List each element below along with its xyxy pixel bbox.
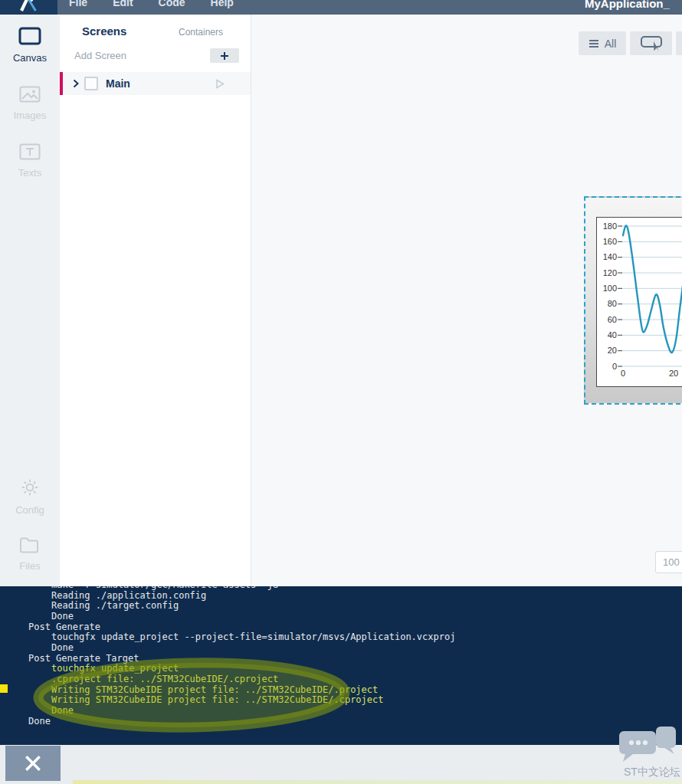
console-lines: make -f simulator/gcc/Makefile assets -j… xyxy=(0,586,682,727)
build-output-console[interactable]: make -f simulator/gcc/Makefile assets -j… xyxy=(0,586,682,745)
sidebar-item-images[interactable]: Images xyxy=(0,86,60,121)
sidebar-item-config[interactable]: Config xyxy=(0,477,60,516)
bottom-strip: ST中文论坛 xyxy=(0,745,682,784)
console-line: Post Generate Target xyxy=(0,654,682,664)
chevron-right-icon[interactable] xyxy=(73,79,79,88)
screen-checkbox[interactable] xyxy=(84,77,98,90)
y-axis-tick-label: 80 xyxy=(597,299,617,308)
design-canvas[interactable]: All 020406080100120140160180020 100 xyxy=(252,15,682,586)
menu-edit[interactable]: Edit xyxy=(113,0,133,10)
yellow-marker-smudge xyxy=(0,684,8,693)
top-menubar: FileEditCodeHelp MyApplication_ xyxy=(0,0,682,15)
screen-tree-item-main[interactable]: Main xyxy=(60,72,251,95)
console-line: Done xyxy=(0,612,682,622)
y-axis-tick-label: 100 xyxy=(597,284,617,293)
chart-line-series xyxy=(623,225,682,353)
menu-file[interactable]: File xyxy=(69,0,87,10)
touchgfx-logo-icon xyxy=(18,0,38,13)
bottom-highlight-strip xyxy=(73,780,682,784)
close-icon xyxy=(23,753,43,773)
y-axis-tick-label: 20 xyxy=(597,346,617,355)
touch-pointer-icon xyxy=(640,35,663,52)
screen-name: Main xyxy=(106,77,130,90)
zoom-level-input[interactable]: 100 xyxy=(655,551,682,573)
graph-widget[interactable]: 020406080100120140160180020 xyxy=(584,196,682,405)
console-line: Done xyxy=(0,717,682,727)
x-axis-tick-label: 20 xyxy=(669,369,678,378)
console-line: Done xyxy=(0,643,682,654)
zoom-level-value: 100 xyxy=(663,556,680,568)
x-axis-tick-label: 0 xyxy=(621,369,625,378)
toolbar-extra-button[interactable] xyxy=(676,31,682,55)
add-screen-button[interactable] xyxy=(210,48,239,63)
y-axis-tick-label: 180 xyxy=(597,221,617,231)
menu-help[interactable]: Help xyxy=(211,0,234,10)
y-axis-tick-label: 120 xyxy=(597,268,617,277)
left-sidebar: CanvasImagesTexts ConfigFiles xyxy=(0,15,60,586)
canvas-icon xyxy=(18,27,41,48)
close-console-button[interactable] xyxy=(5,746,61,781)
add-screen-label: Add Screen xyxy=(74,50,126,61)
console-line: Writing STM32CubeIDE project file: ../ST… xyxy=(0,685,682,696)
watermark-label: ST中文论坛 xyxy=(624,766,680,779)
chat-bubbles-icon xyxy=(613,727,677,766)
console-line: Post Generate xyxy=(0,622,682,633)
sidebar-top-group: CanvasImagesTexts xyxy=(0,27,60,179)
show-all-label: All xyxy=(605,38,617,50)
chart-plot-area: 020406080100120140160180020 xyxy=(596,217,682,387)
screens-list: Main xyxy=(60,72,251,95)
panel-header: Screens Containers xyxy=(60,15,251,38)
y-axis-tick-label: 40 xyxy=(597,330,617,340)
plus-icon xyxy=(220,51,229,61)
y-axis-tick-label: 0 xyxy=(597,362,617,371)
gear-icon xyxy=(20,477,40,500)
interactions-button[interactable] xyxy=(630,31,672,55)
console-line: Reading ./application.config xyxy=(0,591,682,602)
texts-icon xyxy=(19,143,41,163)
touchgfx-designer-window: FileEditCodeHelp MyApplication_ CanvasIm… xyxy=(0,0,682,784)
hamburger-icon xyxy=(589,39,599,48)
screens-panel: Screens Containers Add Screen Main xyxy=(60,15,251,586)
images-icon xyxy=(19,86,41,106)
show-all-button[interactable]: All xyxy=(579,31,626,55)
run-screen-icon[interactable] xyxy=(215,78,225,90)
tab-containers[interactable]: Containers xyxy=(179,27,223,38)
console-line: touchgfx update_project xyxy=(0,664,682,674)
sidebar-item-canvas[interactable]: Canvas xyxy=(0,27,60,64)
y-axis-tick-label: 160 xyxy=(597,237,617,246)
y-axis-tick-label: 60 xyxy=(597,315,617,324)
console-line: Reading ./target.config xyxy=(0,601,682,612)
folder-icon xyxy=(19,536,41,556)
sidebar-bottom-group: ConfigFiles xyxy=(0,477,60,572)
y-axis-tick-label: 140 xyxy=(597,252,617,261)
menu-bar: FileEditCodeHelp xyxy=(69,0,234,10)
sidebar-item-label: Canvas xyxy=(13,52,47,64)
console-line: touchgfx update_project --project-file=s… xyxy=(0,632,682,643)
tab-screens[interactable]: Screens xyxy=(82,25,126,38)
console-line: Writing STM32CubeIDE project file: ../ST… xyxy=(0,695,682,706)
sidebar-item-label: Files xyxy=(19,560,40,572)
add-screen-row: Add Screen xyxy=(60,38,251,63)
console-line: .cproject file: ../STM32CubeIDE/.cprojec… xyxy=(0,674,682,685)
sidebar-item-label: Config xyxy=(15,504,44,516)
menu-code[interactable]: Code xyxy=(159,0,185,10)
sidebar-item-label: Images xyxy=(14,110,47,121)
sidebar-item-texts[interactable]: Texts xyxy=(0,143,60,179)
app-logo[interactable] xyxy=(0,0,57,15)
sidebar-item-label: Texts xyxy=(18,167,41,179)
console-line: Done xyxy=(0,706,682,717)
window-title: MyApplication_ xyxy=(585,0,670,11)
sidebar-item-files[interactable]: Files xyxy=(0,536,60,572)
